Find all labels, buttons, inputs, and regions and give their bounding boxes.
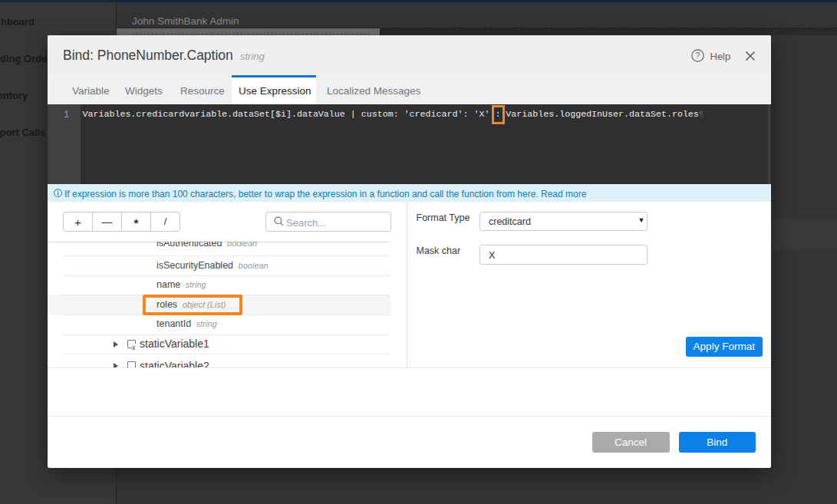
svg-text:?: ? (695, 51, 700, 60)
